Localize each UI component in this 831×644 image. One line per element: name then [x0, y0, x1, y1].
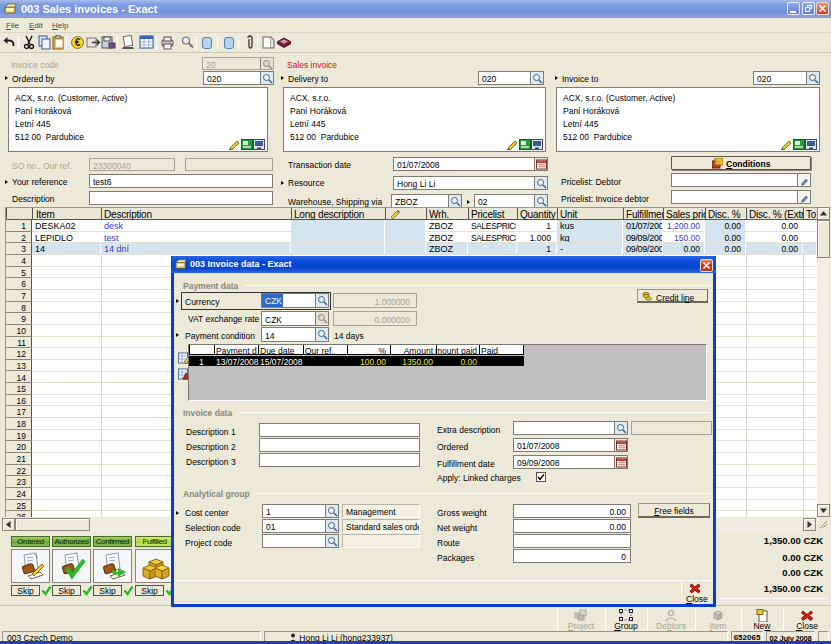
svg-text:€: €: [75, 37, 81, 48]
